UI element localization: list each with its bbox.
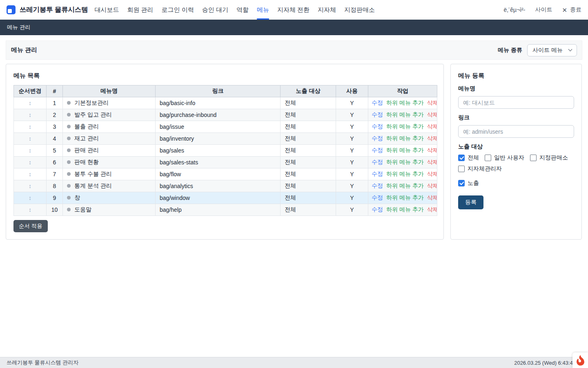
logout-label: 종료 <box>570 6 581 13</box>
checkbox-label: 일반 사용자 <box>494 154 524 162</box>
top-navigation: 쓰레기봉투 물류시스템 대시보드 회원 관리 로그인 이력 승인 대기 역할 메… <box>0 0 588 20</box>
row-number: 7 <box>47 168 63 180</box>
menu-name-input[interactable] <box>458 96 574 109</box>
delete-link[interactable]: 삭제 <box>427 206 437 213</box>
add-submenu-link[interactable]: 하위 메뉴 추가 <box>386 206 424 213</box>
debug-toolbar-button[interactable] <box>572 352 588 368</box>
checkbox-all[interactable]: 전체 <box>458 154 479 162</box>
edit-link[interactable]: 수정 <box>372 171 383 177</box>
add-submenu-link[interactable]: 하위 메뉴 추가 <box>386 182 424 189</box>
apply-order-button[interactable]: 순서 적용 <box>13 220 48 232</box>
delete-link[interactable]: 삭제 <box>427 99 437 106</box>
edit-link[interactable]: 수정 <box>372 135 383 141</box>
drag-handle-icon[interactable]: ↕ <box>29 100 31 106</box>
menu-name: 봉투 수불 관리 <box>74 171 112 177</box>
codeigniter-flame-icon <box>577 355 584 366</box>
add-submenu-link[interactable]: 하위 메뉴 추가 <box>386 111 424 118</box>
drag-handle-icon[interactable]: ↕ <box>29 123 31 130</box>
chevron-down-icon <box>568 47 572 52</box>
edit-link[interactable]: 수정 <box>372 147 383 153</box>
drag-handle-icon[interactable]: ↕ <box>29 147 31 154</box>
delete-link[interactable]: 삭제 <box>427 182 437 189</box>
edit-link[interactable]: 수정 <box>372 99 383 106</box>
site-link[interactable]: 사이트 <box>535 6 552 13</box>
menu-use: Y <box>336 157 368 168</box>
menu-link-input[interactable] <box>458 125 574 138</box>
col-header-use: 사용 <box>336 85 368 97</box>
drag-handle-icon[interactable]: ↕ <box>29 171 31 177</box>
add-submenu-link[interactable]: 하위 메뉴 추가 <box>386 99 424 106</box>
menu-name-label: 메뉴명 <box>458 85 574 92</box>
menu-bullet-icon <box>67 125 71 128</box>
checkbox-label: 전체 <box>468 154 479 162</box>
register-button[interactable]: 등록 <box>458 195 483 209</box>
drag-handle-icon[interactable]: ↕ <box>29 159 31 166</box>
checkbox-visible[interactable]: 노출 <box>458 180 574 187</box>
menu-link: bag/sales-stats <box>156 157 281 168</box>
edit-link[interactable]: 수정 <box>372 182 383 189</box>
add-submenu-link[interactable]: 하위 메뉴 추가 <box>386 147 424 153</box>
menu-bullet-icon <box>67 172 71 176</box>
footer-admin-text: 쓰레기봉투 물류시스템 관리자 <box>7 359 78 366</box>
add-submenu-link[interactable]: 하위 메뉴 추가 <box>386 135 424 141</box>
brand[interactable]: 쓰레기봉투 물류시스템 <box>7 5 88 14</box>
add-submenu-link[interactable]: 하위 메뉴 추가 <box>386 171 424 177</box>
add-submenu-link[interactable]: 하위 메뉴 추가 <box>386 123 424 130</box>
nav-item-menu[interactable]: 메뉴 <box>253 0 273 20</box>
delete-link[interactable]: 삭제 <box>427 194 437 201</box>
menu-target: 전체 <box>281 109 336 121</box>
delete-link[interactable]: 삭제 <box>427 111 437 118</box>
checkbox-general-user[interactable]: 일반 사용자 <box>485 154 524 162</box>
nav-item-municipality[interactable]: 지자체 <box>314 0 340 20</box>
delete-link[interactable]: 삭제 <box>427 159 437 165</box>
menu-use: Y <box>336 204 368 216</box>
breadcrumb-title: 메뉴 관리 <box>7 24 31 31</box>
row-number: 4 <box>47 133 63 145</box>
nav-item-login-history[interactable]: 로그인 이력 <box>158 0 198 20</box>
menu-link: bag/analytics <box>156 180 281 192</box>
nav-item-municipality-switch[interactable]: 지자체 전환 <box>273 0 314 20</box>
edit-link[interactable]: 수정 <box>372 159 383 165</box>
target-checkbox-group: 전체 일반 사용자 지정판매소 지자체관리자 <box>458 154 574 173</box>
menu-type-control: 메뉴 종류 사이트 메뉴 <box>498 44 577 56</box>
nav-item-designated-seller[interactable]: 지정판매소 <box>340 0 379 20</box>
delete-link[interactable]: 삭제 <box>427 147 437 153</box>
col-header-link: 링크 <box>156 85 281 97</box>
nav-item-roles[interactable]: 역할 <box>232 0 253 20</box>
edit-link[interactable]: 수정 <box>372 123 383 130</box>
nav-item-members[interactable]: 회원 관리 <box>123 0 157 20</box>
drag-handle-icon[interactable]: ↕ <box>29 206 31 213</box>
drag-handle-icon[interactable]: ↕ <box>29 112 31 118</box>
org-name-text: ë‚¨êµ¬ì²- <box>504 7 526 13</box>
add-submenu-link[interactable]: 하위 메뉴 추가 <box>386 194 424 201</box>
menu-name: 불출 관리 <box>74 123 99 130</box>
checkbox-designated-seller[interactable]: 지정판매소 <box>530 154 568 162</box>
checkbox-municipality-admin[interactable]: 지자체관리자 <box>458 165 502 173</box>
menu-name: 재고 관리 <box>74 135 99 141</box>
menu-use: Y <box>336 109 368 121</box>
checkbox-unchecked-icon <box>530 155 537 161</box>
delete-link[interactable]: 삭제 <box>427 123 437 130</box>
table-row: ↕ 8 통계 분석 관리 bag/analytics 전체 Y 수정하위 메뉴 … <box>14 180 437 192</box>
nav-item-dashboard[interactable]: 대시보드 <box>90 0 123 20</box>
menu-target: 전체 <box>281 204 336 216</box>
row-number: 9 <box>47 192 63 204</box>
menu-type-select[interactable]: 사이트 메뉴 <box>527 44 577 56</box>
edit-link[interactable]: 수정 <box>372 111 383 118</box>
edit-link[interactable]: 수정 <box>372 194 383 201</box>
drag-handle-icon[interactable]: ↕ <box>29 195 31 201</box>
menu-link: bag/help <box>156 204 281 216</box>
drag-handle-icon[interactable]: ↕ <box>29 135 31 142</box>
row-number: 8 <box>47 180 63 192</box>
delete-link[interactable]: 삭제 <box>427 135 437 141</box>
menu-target: 전체 <box>281 168 336 180</box>
menu-use: Y <box>336 192 368 204</box>
logout-button[interactable]: ✕ 종료 <box>562 6 581 13</box>
edit-link[interactable]: 수정 <box>372 206 383 213</box>
nav-item-approval-pending[interactable]: 승인 대기 <box>198 0 232 20</box>
drag-handle-icon[interactable]: ↕ <box>29 183 31 189</box>
menu-link: bag/purchase-inbound <box>156 109 281 121</box>
row-number: 10 <box>47 204 63 216</box>
add-submenu-link[interactable]: 하위 메뉴 추가 <box>386 159 424 165</box>
delete-link[interactable]: 삭제 <box>427 171 437 177</box>
